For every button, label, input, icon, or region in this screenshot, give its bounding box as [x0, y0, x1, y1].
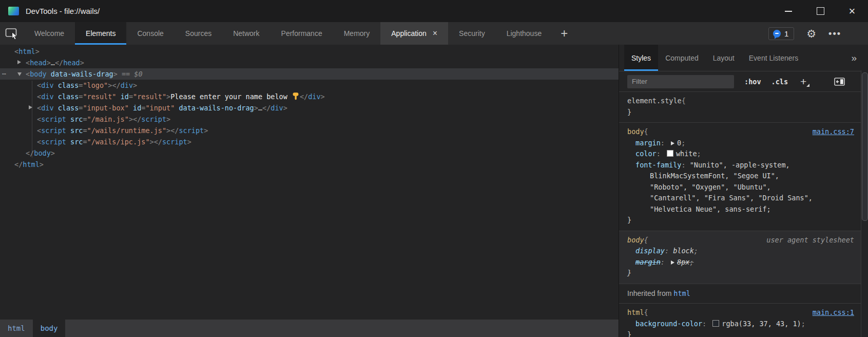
- dom-tree-node[interactable]: <html>: [0, 46, 619, 57]
- rule-selector-line: html {main.css:1: [627, 307, 857, 319]
- customize-menu-icon[interactable]: •••: [828, 28, 841, 39]
- css-property-name[interactable]: margin: [635, 258, 661, 266]
- dom-tree-node[interactable]: <script src="/wails/ipc.js"></script>: [0, 136, 619, 147]
- expand-right-icon[interactable]: [17, 60, 21, 64]
- devtools-window: DevTools - file://wails/ × WelcomeElemen…: [0, 0, 868, 337]
- css-property-name[interactable]: margin: [635, 139, 661, 147]
- dom-tree-node[interactable]: </html>: [0, 159, 619, 170]
- stylesheet-source-link[interactable]: main.css:1: [813, 307, 857, 319]
- styles-filter-input[interactable]: [627, 75, 734, 88]
- css-property-name[interactable]: color: [635, 149, 657, 158]
- css-property-value: "Nunito", -apple-system,: [690, 161, 790, 169]
- color-swatch[interactable]: [667, 150, 673, 157]
- rule-selector[interactable]: html: [627, 307, 644, 319]
- rule-closing-brace: }: [627, 107, 857, 118]
- sidebar-tabs: StylesComputedLayoutEvent Listeners»: [619, 45, 868, 71]
- style-rule-element-style: element.style {}: [619, 92, 861, 123]
- tab-security[interactable]: Security: [448, 22, 496, 45]
- tab-sources[interactable]: Sources: [175, 22, 222, 45]
- new-style-rule-button[interactable]: +: [800, 76, 806, 87]
- tab-elements[interactable]: Elements: [75, 22, 126, 45]
- minimize-icon: [785, 11, 792, 12]
- expand-down-icon[interactable]: [17, 72, 22, 76]
- sidebar-tab-computed[interactable]: Computed: [658, 45, 706, 71]
- rule-selector[interactable]: element.style: [627, 96, 682, 107]
- tab-label: Elements: [86, 29, 115, 38]
- more-tabs-button[interactable]: +: [552, 22, 576, 45]
- dom-tree-node[interactable]: ⋯<body data-wails-drag> == $0: [0, 68, 619, 80]
- toggle-hover-state-button[interactable]: :hov: [744, 78, 761, 86]
- tab-application[interactable]: Application×: [380, 22, 448, 45]
- styles-scrollbar-track[interactable]: [861, 70, 868, 337]
- tab-welcome[interactable]: Welcome: [24, 22, 75, 45]
- styles-scrollbar-thumb[interactable]: [862, 72, 868, 221]
- dom-tree-node[interactable]: <div class="logo"></div>: [0, 80, 619, 91]
- elements-panel: <html><head>…</head>⋯<body data-wails-dr…: [0, 45, 619, 337]
- breadcrumb-html[interactable]: html: [0, 320, 33, 337]
- color-swatch[interactable]: [712, 320, 719, 327]
- stylesheet-source-link[interactable]: main.css:7: [813, 126, 857, 138]
- tab-close-icon[interactable]: ×: [433, 29, 437, 38]
- css-property[interactable]: color: white;: [627, 148, 857, 160]
- tab-label: Sources: [185, 29, 211, 38]
- tab-memory[interactable]: Memory: [333, 22, 381, 45]
- tab-label: Security: [459, 29, 485, 38]
- expand-right-icon[interactable]: [29, 105, 32, 109]
- css-property-name[interactable]: display: [635, 247, 665, 255]
- tab-label: Performance: [281, 29, 322, 38]
- issues-counter[interactable]: 1: [768, 27, 794, 40]
- css-property[interactable]: font-family: "Nunito", -apple-system,: [627, 160, 857, 171]
- expand-value-icon[interactable]: [671, 260, 674, 265]
- style-rules-list: element.style {}body {main.css:7margin: …: [619, 92, 868, 337]
- dom-tree-node[interactable]: <script src="/main.js"></script>: [0, 114, 619, 125]
- titlebar[interactable]: DevTools - file://wails/ ×: [0, 0, 868, 22]
- sidebar-tab-layout[interactable]: Layout: [706, 45, 742, 71]
- rule-selector[interactable]: body: [627, 235, 644, 246]
- toggle-element-states-icon: [834, 78, 845, 86]
- toggle-classes-button[interactable]: .cls: [771, 78, 788, 86]
- inherited-node-link[interactable]: html: [673, 289, 690, 297]
- dom-tree: <html><head>…</head>⋯<body data-wails-dr…: [0, 45, 619, 320]
- tab-console[interactable]: Console: [126, 22, 174, 45]
- tab-lighthouse[interactable]: Lighthouse: [496, 22, 553, 45]
- close-button[interactable]: ×: [836, 0, 868, 22]
- dom-tree-node[interactable]: </body>: [0, 147, 619, 159]
- breadcrumb: htmlbody: [0, 320, 619, 337]
- css-property-name[interactable]: font-family: [635, 161, 681, 169]
- node-menu-dots-icon[interactable]: ⋯: [2, 68, 7, 80]
- breadcrumb-body[interactable]: body: [33, 320, 66, 337]
- css-property[interactable]: margin: 0;: [627, 138, 857, 149]
- inspect-element-button[interactable]: [0, 22, 24, 45]
- rule-selector-line: body {user agent stylesheet: [627, 235, 857, 246]
- css-value-continuation: "Cantarell", "Fira Sans", "Droid Sans",: [627, 193, 857, 204]
- sidebar-overflow-chevron-icon[interactable]: »: [851, 45, 868, 71]
- css-property-name[interactable]: background-color: [635, 320, 702, 328]
- dom-tree-node[interactable]: <head>…</head>: [0, 57, 619, 68]
- dom-tree-node[interactable]: <div class="input-box" id="input" data-w…: [0, 102, 619, 114]
- css-value-continuation: "Roboto", "Oxygen", "Ubuntu",: [627, 182, 857, 193]
- tab-label: Application: [391, 29, 427, 38]
- tab-network[interactable]: Network: [222, 22, 270, 45]
- devtools-logo-icon: [8, 7, 19, 15]
- minimize-button[interactable]: [773, 0, 804, 22]
- devtools-tabbar: WelcomeElementsConsoleSourcesNetworkPerf…: [0, 22, 868, 45]
- issues-count: 1: [784, 29, 788, 38]
- rule-selector[interactable]: body: [627, 126, 644, 138]
- css-property-value: rgba(33, 37, 43, 1): [722, 320, 801, 328]
- sidebar-tab-event-listeners[interactable]: Event Listeners: [742, 45, 806, 71]
- settings-gear-icon[interactable]: ⚙: [806, 28, 816, 39]
- style-rule-body: body {user agent stylesheetdisplay: bloc…: [619, 231, 861, 284]
- expand-value-icon[interactable]: [671, 141, 674, 145]
- css-property[interactable]: background-color: rgba(33, 37, 43, 1);: [627, 319, 857, 330]
- pointing-down-hand-emoji: [292, 92, 299, 100]
- dom-tree-node[interactable]: <div class="result" id="result">Please e…: [0, 91, 619, 102]
- rule-selector-line: body {main.css:7: [627, 126, 857, 138]
- toggle-element-states-button[interactable]: [834, 78, 845, 86]
- dom-tree-node[interactable]: <script src="/wails/runtime.js"></script…: [0, 125, 619, 136]
- css-property[interactable]: margin: 8px;: [627, 257, 857, 268]
- sidebar-tab-styles[interactable]: Styles: [624, 45, 658, 71]
- css-property[interactable]: display: block;: [627, 246, 857, 257]
- style-rule-body: body {main.css:7margin: 0;color: white;f…: [619, 123, 861, 231]
- tab-performance[interactable]: Performance: [271, 22, 333, 45]
- maximize-button[interactable]: [804, 0, 836, 22]
